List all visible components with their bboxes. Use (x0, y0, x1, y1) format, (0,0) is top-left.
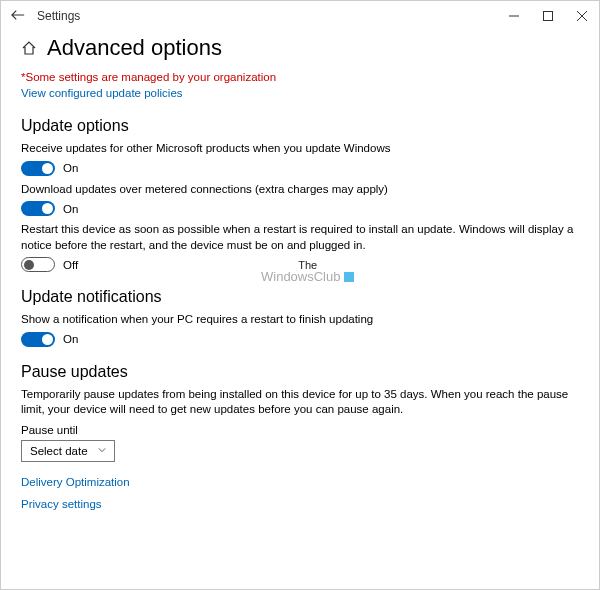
pause-desc: Temporarily pause updates from being ins… (21, 387, 579, 418)
content-area: Advanced options *Some settings are mana… (1, 31, 599, 520)
section-pause-updates: Pause updates (21, 363, 579, 381)
toggle-other-products[interactable] (21, 161, 55, 176)
minimize-button[interactable] (497, 1, 531, 31)
org-managed-message: *Some settings are managed by your organ… (21, 71, 579, 83)
svg-rect-1 (544, 12, 553, 21)
toggle-other-products-state: On (63, 162, 78, 174)
close-button[interactable] (565, 1, 599, 31)
toggle-metered[interactable] (21, 201, 55, 216)
section-update-notifications: Update notifications (21, 288, 579, 306)
toggle-restart[interactable] (21, 257, 55, 272)
chevron-down-icon (98, 446, 106, 456)
opt-notify-label: Show a notification when your PC require… (21, 312, 579, 328)
section-update-options: Update options (21, 117, 579, 135)
opt-metered-label: Download updates over metered connection… (21, 182, 579, 198)
titlebar: Settings (1, 1, 599, 31)
footer-links: Delivery Optimization Privacy settings (21, 476, 579, 510)
page-header: Advanced options (21, 35, 579, 61)
toggle-notify[interactable] (21, 332, 55, 347)
view-policies-link[interactable]: View configured update policies (21, 87, 183, 99)
window-title: Settings (37, 9, 80, 23)
toggle-restart-state: Off (63, 259, 78, 271)
pause-date-value: Select date (30, 445, 88, 457)
delivery-optimization-link[interactable]: Delivery Optimization (21, 476, 579, 488)
opt-restart-label: Restart this device as soon as possible … (21, 222, 579, 253)
toggle-metered-state: On (63, 203, 78, 215)
page-title: Advanced options (47, 35, 222, 61)
pause-until-label: Pause until (21, 424, 579, 436)
toggle-notify-state: On (63, 333, 78, 345)
back-button[interactable] (9, 8, 27, 25)
pause-date-dropdown[interactable]: Select date (21, 440, 115, 462)
settings-window: Settings Advanced options *Some settings… (0, 0, 600, 590)
maximize-button[interactable] (531, 1, 565, 31)
opt-other-products-label: Receive updates for other Microsoft prod… (21, 141, 579, 157)
home-icon[interactable] (21, 40, 37, 56)
privacy-settings-link[interactable]: Privacy settings (21, 498, 579, 510)
